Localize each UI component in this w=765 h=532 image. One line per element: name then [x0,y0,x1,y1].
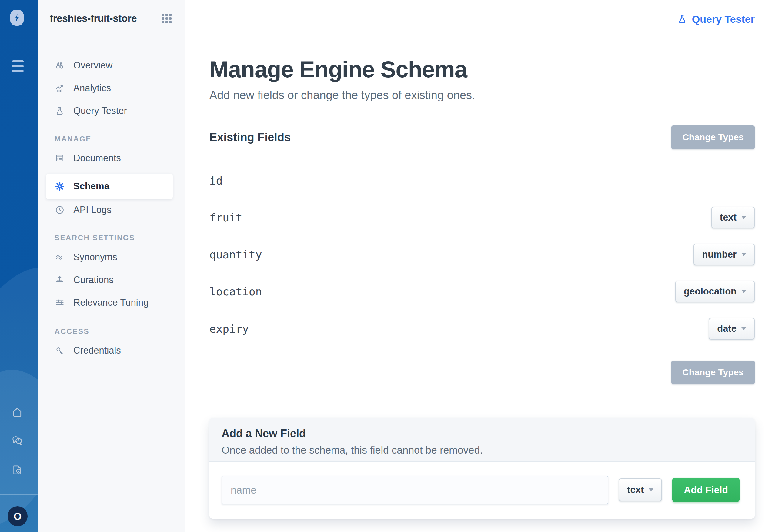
sidebar-item-analytics[interactable]: Analytics [38,81,185,95]
chevron-down-icon [741,290,746,293]
hamburger-menu-icon[interactable] [12,60,24,75]
new-field-type-select[interactable]: text [619,478,662,501]
field-name: fruit [210,212,242,224]
apps-grid-icon[interactable] [162,14,172,23]
section-title-access: ACCESS [38,327,185,335]
field-type-value: date [717,323,736,334]
page-subtitle: Add new fields or change the types of ex… [210,89,755,102]
sidebar-item-label: Relevance Tuning [73,297,149,308]
flask-icon [677,14,688,25]
rail-divider [0,494,38,495]
section-title-search-settings: SEARCH SETTINGS [38,234,185,242]
fields-footer: Change Types [210,360,755,384]
document-info-icon[interactable] [11,463,24,476]
sidebar-item-label: Synonyms [73,252,117,263]
add-field-card-header: Add a New Field Once added to the schema… [210,418,755,462]
sidebar-nav: Overview Analytics Query Tester MANAGE D… [38,58,185,358]
field-type-select-location[interactable]: geolocation [675,280,755,302]
field-type-value: text [720,212,736,223]
gear-icon [55,181,65,192]
field-type-value: number [702,249,736,260]
chevron-down-icon [649,488,653,491]
sidebar-item-documents[interactable]: Documents [38,151,185,166]
app-rail: O [0,0,38,532]
add-field-description: Once added to the schema, this field can… [222,443,743,456]
new-field-name-input[interactable] [222,476,608,504]
user-avatar[interactable]: O [8,506,28,526]
change-types-button-bottom[interactable]: Change Types [671,360,755,384]
topbar: Query Tester [210,0,755,27]
chevron-down-icon [741,253,746,256]
change-types-button-top[interactable]: Change Types [671,126,755,149]
chevron-down-icon [741,327,746,330]
sidebar-item-relevance-tuning[interactable]: Relevance Tuning [38,295,185,310]
sidebar-item-synonyms[interactable]: Synonyms [38,250,185,265]
field-type-select-quantity[interactable]: number [693,244,755,266]
sidebar-item-schema[interactable]: Schema [46,174,173,199]
sidebar-item-label: Documents [73,153,121,164]
sidebar-item-api-logs[interactable]: API Logs [38,203,185,217]
home-icon[interactable] [11,406,23,418]
sidebar-item-label: API Logs [73,205,112,216]
sidebar-item-label: Overview [73,60,112,71]
field-row-location: location geolocation [210,273,755,310]
add-field-form: text Add Field [210,462,755,519]
sidebar-item-label: Analytics [73,83,111,94]
sidebar-item-label: Credentials [73,345,121,356]
lightning-logo-icon[interactable] [10,10,24,26]
query-tester-label: Query Tester [692,13,755,25]
section-title-manage: MANAGE [38,135,185,143]
fields-list: id fruit text quantity number location [210,162,755,347]
chat-bubbles-icon[interactable] [11,434,24,447]
sidebar-item-query-tester[interactable]: Query Tester [38,104,185,118]
sidebar-item-label: Schema [73,181,109,192]
field-row-expiry: expiry date [210,310,755,347]
field-name: location [210,285,262,298]
add-field-button[interactable]: Add Field [672,478,740,502]
sidebar-item-curations[interactable]: Curations [38,273,185,287]
page-title: Manage Engine Schema [210,55,755,84]
add-field-title: Add a New Field [222,422,743,440]
field-name: id [210,175,223,187]
field-row-fruit: fruit text [210,199,755,236]
field-type-select-fruit[interactable]: text [711,207,755,229]
sidebar-item-overview[interactable]: Overview [38,58,185,73]
field-name: quantity [210,249,262,261]
main-content: Query Tester Manage Engine Schema Add ne… [185,0,765,532]
add-field-card: Add a New Field Once added to the schema… [210,418,755,519]
new-field-type-value: text [627,484,644,495]
field-type-value: geolocation [684,286,736,297]
chevron-down-icon [741,216,746,219]
field-row-id: id [210,162,755,199]
engine-name: freshies-fruit-store [50,13,137,24]
engine-header: freshies-fruit-store [38,0,185,24]
field-type-select-expiry[interactable]: date [709,318,755,339]
sidebar-item-label: Curations [73,274,114,285]
sidebar: freshies-fruit-store Overview Analytics [38,0,185,532]
sidebar-item-label: Query Tester [73,105,127,116]
field-name: expiry [210,323,249,335]
existing-fields-header: Existing Fields Change Types [210,126,755,149]
query-tester-link[interactable]: Query Tester [677,13,755,25]
sidebar-item-credentials[interactable]: Credentials [38,343,185,358]
app-window: O freshies-fruit-store Overview Analytic… [0,0,765,532]
existing-fields-heading: Existing Fields [210,131,291,144]
field-row-quantity: quantity number [210,236,755,273]
